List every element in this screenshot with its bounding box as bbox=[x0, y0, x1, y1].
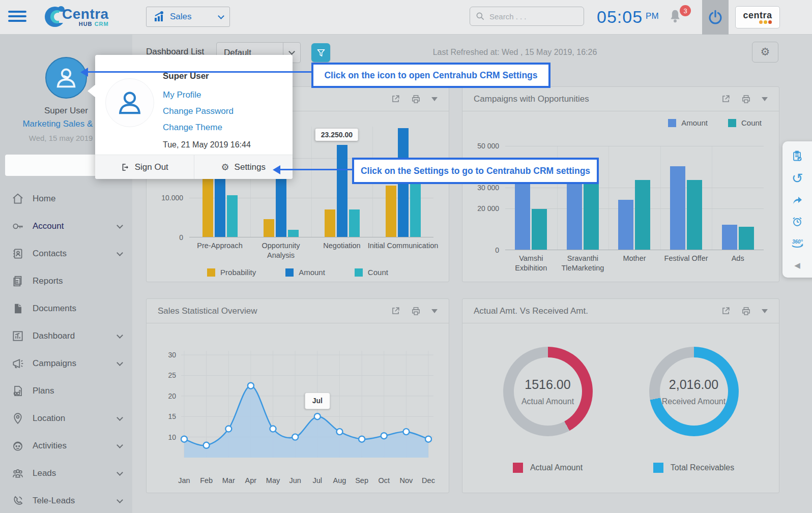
export-icon[interactable] bbox=[721, 306, 731, 316]
hamburger-menu-icon[interactable] bbox=[8, 11, 26, 24]
dashboard-icon bbox=[11, 329, 24, 343]
sidebar-item-label: Account bbox=[33, 221, 64, 231]
svg-text:30: 30 bbox=[168, 351, 176, 359]
donut-legend: Total Receivables bbox=[653, 463, 734, 473]
brand-logo-dots bbox=[759, 20, 772, 24]
chevron-down-icon bbox=[117, 250, 123, 256]
svg-text:20: 20 bbox=[168, 392, 176, 400]
filter-button[interactable] bbox=[311, 43, 330, 62]
person-icon bbox=[114, 87, 145, 118]
print-icon[interactable] bbox=[411, 306, 421, 316]
sidebar-item-label: Contacts bbox=[33, 249, 67, 259]
settings-label: Settings bbox=[235, 162, 266, 172]
y-axis-tick: 0 bbox=[179, 233, 183, 242]
x-axis-label: Initial Communication bbox=[362, 241, 444, 251]
app-logo: Centra HUB CRM bbox=[44, 4, 109, 29]
sidebar-item-label: Leads bbox=[33, 468, 56, 478]
gear-icon: ⚙ bbox=[761, 47, 770, 57]
sidebar-item-label: Location bbox=[33, 413, 65, 424]
svg-text:May: May bbox=[266, 476, 280, 485]
sales-line-chart: 3025201510JanFebMarAprMayJunJulAugSepOct… bbox=[159, 329, 437, 490]
chevron-down-icon bbox=[288, 48, 295, 55]
line-chart-tooltip: JulSales 20 bbox=[305, 393, 330, 409]
donut-charts: 1516.00Actual AmountActual Amount2,016.0… bbox=[475, 329, 767, 473]
sidebar-item-plans[interactable]: Plans bbox=[0, 377, 132, 405]
popup-avatar bbox=[105, 78, 154, 127]
export-icon[interactable] bbox=[721, 94, 731, 104]
share-icon[interactable] bbox=[790, 192, 805, 207]
svg-text:Aug: Aug bbox=[333, 476, 346, 485]
sidebar-item-campaigns[interactable]: Campaigns bbox=[0, 350, 132, 377]
user-avatar[interactable]: > bbox=[45, 57, 87, 99]
annotation-arrowhead bbox=[80, 68, 88, 77]
change-theme-link[interactable]: Change Theme bbox=[163, 123, 222, 133]
my-profile-link[interactable]: My Profile bbox=[163, 90, 201, 100]
sidebar-item-dashboard[interactable]: Dashboard bbox=[0, 322, 132, 350]
sidebar-item-tele-leads[interactable]: Tele-Leads bbox=[0, 487, 132, 513]
sidebar-item-activities[interactable]: Activities bbox=[0, 432, 132, 460]
legend-item: Count bbox=[728, 118, 762, 127]
tasks-icon[interactable] bbox=[790, 148, 805, 164]
gear-icon: ⚙ bbox=[221, 163, 229, 172]
bar-probability bbox=[325, 209, 335, 237]
export-icon[interactable] bbox=[391, 94, 400, 104]
panel-menu-caret-icon[interactable] bbox=[762, 309, 768, 313]
notification-badge: 3 bbox=[680, 5, 691, 16]
sidebar-item-label: Plans bbox=[33, 386, 54, 396]
history-icon[interactable]: ↺ bbox=[790, 170, 805, 186]
bar-count bbox=[288, 230, 299, 237]
popup-footer: Sign Out ⚙ Settings bbox=[95, 155, 293, 179]
svg-text:10: 10 bbox=[168, 433, 176, 441]
key-icon bbox=[11, 220, 24, 233]
360-icon[interactable]: 360° bbox=[790, 236, 805, 251]
sidebar-item-location[interactable]: Location bbox=[0, 405, 132, 432]
chevron-down-icon bbox=[117, 222, 123, 229]
power-icon bbox=[707, 9, 723, 25]
notifications-button[interactable]: 3 bbox=[668, 8, 689, 28]
module-selector[interactable]: Sales bbox=[146, 7, 230, 27]
export-icon[interactable] bbox=[391, 306, 400, 316]
sign-out-button[interactable]: Sign Out bbox=[95, 155, 194, 179]
search-input[interactable] bbox=[489, 12, 571, 21]
alarm-icon[interactable] bbox=[790, 214, 805, 229]
bar-count bbox=[635, 180, 650, 250]
avatar-expand-chevron-icon: > bbox=[63, 72, 69, 83]
sidebar-item-leads[interactable]: Leads bbox=[0, 460, 132, 487]
change-password-link[interactable]: Change Password bbox=[163, 106, 234, 116]
search-box[interactable] bbox=[470, 7, 584, 26]
panel-menu-caret-icon[interactable] bbox=[431, 309, 438, 313]
documents-icon bbox=[11, 302, 24, 315]
collapse-icon[interactable]: ◀ bbox=[790, 258, 805, 273]
bar-count bbox=[739, 227, 754, 250]
print-icon[interactable] bbox=[741, 306, 751, 316]
sidebar-item-reports[interactable]: Reports bbox=[0, 267, 132, 295]
sidebar-item-contacts[interactable]: Contacts bbox=[0, 240, 132, 267]
y-axis-tick: 30 000 bbox=[477, 184, 499, 192]
home-icon bbox=[11, 192, 24, 205]
sidebar-item-label: Dashboard bbox=[33, 331, 75, 341]
annotation-line bbox=[280, 169, 352, 170]
panel-menu-caret-icon[interactable] bbox=[762, 97, 768, 101]
y-axis-tick: 20 000 bbox=[477, 204, 499, 213]
chevron-down-icon bbox=[117, 359, 123, 366]
svg-text:Jan: Jan bbox=[178, 476, 190, 485]
svg-text:Nov: Nov bbox=[399, 476, 413, 485]
sidebar-item-label: Home bbox=[33, 194, 55, 204]
print-icon[interactable] bbox=[741, 94, 751, 104]
sidebar-item-documents[interactable]: Documents bbox=[0, 295, 132, 322]
module-selector-value: Sales bbox=[170, 12, 192, 22]
panel-menu-caret-icon[interactable] bbox=[431, 97, 438, 101]
svg-text:25: 25 bbox=[168, 371, 176, 379]
power-button[interactable] bbox=[702, 0, 729, 35]
search-icon bbox=[475, 11, 485, 21]
bar-probability bbox=[202, 173, 213, 237]
dashboard-settings-button[interactable]: ⚙ bbox=[752, 42, 778, 63]
bar-amount bbox=[722, 225, 737, 250]
sidebar-quick-box[interactable] bbox=[5, 155, 110, 176]
y-axis-tick: 50 000 bbox=[477, 142, 499, 150]
print-icon[interactable] bbox=[411, 94, 421, 104]
sidebar-item-home[interactable]: Home bbox=[0, 185, 132, 213]
sidebar-item-account[interactable]: Account bbox=[0, 213, 132, 240]
y-axis-tick: 10.000 bbox=[161, 194, 183, 202]
bar-value-tooltip: 23.250.00 bbox=[315, 129, 358, 141]
